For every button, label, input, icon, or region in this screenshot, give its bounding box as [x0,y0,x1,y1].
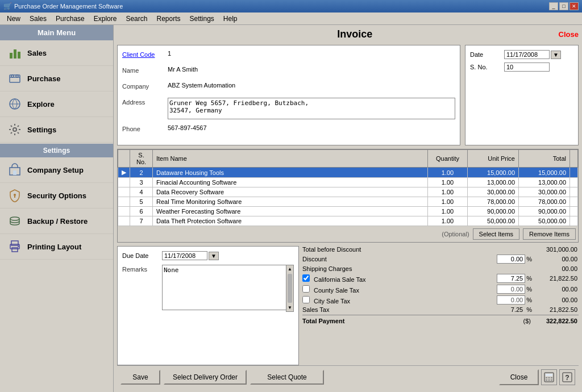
client-code-label[interactable]: Client Code [122,50,168,58]
sno-row: S. No. [470,62,573,72]
select-quote-button[interactable]: Select Quote [250,370,324,385]
city-tax-pct-symbol: % [526,297,532,303]
menu-settings[interactable]: Settings [185,14,219,24]
row-scroll [570,178,578,187]
close-invoice-button[interactable]: Close [499,369,539,385]
save-button[interactable]: Save [120,370,160,385]
total-payment-row: Total Payment ($) 322,822.50 [302,315,579,324]
svg-rect-21 [548,380,550,381]
ca-tax-checkbox[interactable] [302,274,310,282]
remarks-textarea[interactable]: None [162,265,294,310]
sidebar-item-sales[interactable]: Sales [0,40,113,66]
menu-search[interactable]: Search [121,14,152,24]
main-layout: Main Menu Sales Purcha [0,25,582,392]
row-item-name: Data Theft Protection Software [153,216,428,226]
sidebar-item-purchase[interactable]: Purchase [0,66,113,91]
table-row[interactable]: 7 Data Theft Protection Software 1.00 50… [118,216,578,226]
table-row[interactable]: ▶ 2 Dataware Housing Tools 1.00 15,000.0… [118,168,578,178]
due-date-picker-button[interactable]: ▼ [209,252,219,260]
calculator-button[interactable] [541,369,557,385]
client-name-value: Mr A Smith [168,66,455,73]
sidebar-item-printing-label: Printing Layout [27,243,81,251]
county-tax-pct-input[interactable] [497,285,525,294]
svg-rect-19 [551,377,552,378]
sales-tax-pct-symbol: % [526,306,532,313]
remarks-scroll-down[interactable]: ▼ [286,304,293,311]
sidebar-item-sales-label: Sales [27,49,47,57]
sidebar-item-settings[interactable]: Settings [0,117,113,143]
table-row[interactable]: 3 Finacial Accounting Software 1.00 13,0… [118,178,578,187]
menu-explore[interactable]: Explore [89,14,122,24]
row-arrow [118,178,130,187]
client-address-label: Address [122,98,168,106]
menu-sales[interactable]: Sales [25,14,51,24]
ca-tax-pct-input[interactable] [497,274,525,283]
sales-tax-label: Sales Tax [302,306,511,313]
sales-tax-value: 21,822.50 [533,306,579,313]
date-input[interactable] [504,50,550,59]
sales-icon [7,45,23,61]
totals-section: Total before Discount 301,000.00 Discoun… [302,246,579,365]
invoice-title-row: Invoice Close [117,28,579,40]
svg-point-14 [18,246,19,247]
menu-new[interactable]: New [2,14,25,24]
sidebar-item-security-options[interactable]: Security Options [0,183,113,208]
city-tax-label: City Sale Tax [302,296,497,305]
sidebar-item-explore[interactable]: Explore [0,91,113,117]
due-date-label: Due Date [122,252,162,259]
sno-input[interactable] [504,62,550,72]
row-total: 13,000.00 [519,178,570,187]
date-picker-button[interactable]: ▼ [551,51,561,59]
total-before-discount-row: Total before Discount 301,000.00 [302,246,579,253]
col-header-name: Item Name [153,150,428,168]
county-tax-label: County Sale Tax [302,285,497,294]
due-date-input[interactable] [162,251,207,260]
maximize-button[interactable]: □ [559,2,568,10]
svg-point-5 [13,128,16,131]
sales-tax-row: Sales Tax 7.25 % 21,822.50 [302,306,579,313]
date-row: Date ▼ [470,50,573,59]
window-close-button[interactable]: ✕ [569,2,579,10]
sidebar-item-company-setup[interactable]: Company Setup [0,157,113,183]
row-scroll [570,197,578,207]
select-items-button[interactable]: Select Items [473,228,520,240]
menu-help[interactable]: Help [219,14,242,24]
row-sno: 7 [130,216,153,226]
client-company-label: Company [122,82,168,90]
row-total: 15,000.00 [519,168,570,178]
client-address-row: Address Gruner Weg 5657, Friedberg, Butz… [122,98,455,121]
printing-icon [7,239,23,255]
city-tax-value: 00.00 [533,297,579,303]
purchase-icon [7,70,23,86]
sidebar-item-backup-restore[interactable]: Backup / Restore [0,208,113,234]
address-input[interactable]: Gruner Weg 5657, Friedberg, Butzbach, 32… [168,98,455,119]
menu-reports[interactable]: Reports [152,14,185,24]
svg-rect-20 [546,380,547,381]
minimize-button[interactable]: _ [549,2,558,10]
select-delivery-button[interactable]: Select Delivery Order [164,370,247,385]
row-item-name: Dataware Housing Tools [153,168,428,178]
city-tax-checkbox[interactable] [302,296,310,303]
county-tax-row: County Sale Tax % 00.00 [302,285,579,294]
table-row[interactable]: 6 Weather Forecasting Software 1.00 90,0… [118,207,578,216]
security-icon [7,187,23,203]
invoice-close-link[interactable]: Close [559,30,579,39]
row-qty: 1.00 [428,197,468,207]
table-row[interactable]: 5 Real Time Monitoring Software 1.00 78,… [118,197,578,207]
remarks-scroll-up[interactable]: ▲ [286,265,293,273]
menu-purchase[interactable]: Purchase [51,14,89,24]
row-qty: 1.00 [428,187,468,197]
sidebar-item-printing-layout[interactable]: Printing Layout [0,234,113,260]
row-sno: 5 [130,197,153,207]
table-row[interactable]: 4 Data Recovery Software 1.00 30,000.00 … [118,187,578,197]
row-sno: 6 [130,207,153,216]
help-button[interactable]: ? [559,369,575,385]
county-tax-checkbox[interactable] [302,285,310,293]
discount-pct-input[interactable] [497,255,525,264]
city-tax-pct-input[interactable] [497,295,525,305]
client-phone-value: 567-897-4567 [168,124,455,131]
client-name-label: Name [122,66,168,74]
remove-items-button[interactable]: Remove Items [523,228,576,240]
shipping-value: 00.00 [533,265,579,272]
svg-rect-7 [13,170,16,175]
